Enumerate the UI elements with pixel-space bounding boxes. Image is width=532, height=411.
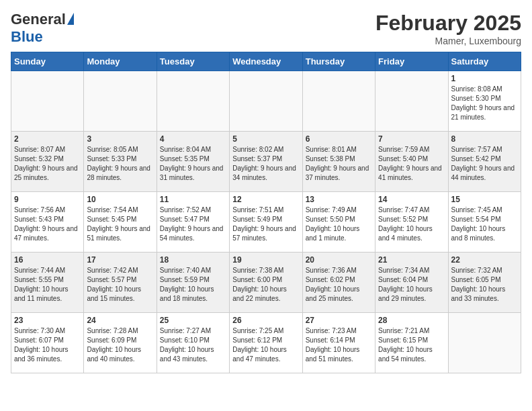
- calendar-cell: 7Sunrise: 7:59 AM Sunset: 5:40 PM Daylig…: [375, 132, 448, 192]
- calendar-cell: 26Sunrise: 7:25 AM Sunset: 6:12 PM Dayli…: [230, 313, 302, 373]
- day-info: Sunrise: 7:44 AM Sunset: 5:55 PM Dayligh…: [14, 266, 81, 304]
- day-number: 4: [160, 134, 226, 144]
- calendar-cell: 13Sunrise: 7:49 AM Sunset: 5:50 PM Dayli…: [302, 192, 375, 253]
- calendar-cell: 5Sunrise: 8:02 AM Sunset: 5:37 PM Daylig…: [230, 132, 302, 192]
- calendar-week-row: 2Sunrise: 8:07 AM Sunset: 5:32 PM Daylig…: [11, 132, 521, 192]
- calendar-week-row: 1Sunrise: 8:08 AM Sunset: 5:30 PM Daylig…: [11, 71, 521, 132]
- calendar-cell: 25Sunrise: 7:27 AM Sunset: 6:10 PM Dayli…: [157, 313, 229, 373]
- page-header: General Blue February 2025 Mamer, Luxemb…: [11, 11, 521, 46]
- day-number: 13: [306, 195, 372, 204]
- calendar-cell: [375, 71, 448, 132]
- day-number: 15: [451, 195, 518, 204]
- calendar-cell: 23Sunrise: 7:30 AM Sunset: 6:07 PM Dayli…: [11, 313, 84, 373]
- day-info: Sunrise: 7:34 AM Sunset: 6:04 PM Dayligh…: [378, 266, 445, 304]
- day-number: 16: [14, 255, 81, 265]
- day-info: Sunrise: 8:04 AM Sunset: 5:35 PM Dayligh…: [160, 145, 226, 183]
- day-number: 19: [232, 255, 299, 265]
- calendar-header-saturday: Saturday: [448, 52, 521, 71]
- day-number: 9: [14, 195, 81, 204]
- calendar-cell: 2Sunrise: 8:07 AM Sunset: 5:32 PM Daylig…: [11, 132, 84, 192]
- title-block: February 2025 Mamer, Luxembourg: [375, 11, 521, 46]
- day-info: Sunrise: 7:59 AM Sunset: 5:40 PM Dayligh…: [378, 145, 445, 183]
- logo-triangle-icon: [67, 13, 74, 25]
- calendar-cell: 15Sunrise: 7:45 AM Sunset: 5:54 PM Dayli…: [448, 192, 521, 253]
- day-info: Sunrise: 7:38 AM Sunset: 6:00 PM Dayligh…: [232, 266, 299, 304]
- calendar-week-row: 16Sunrise: 7:44 AM Sunset: 5:55 PM Dayli…: [11, 253, 521, 313]
- calendar-cell: 6Sunrise: 8:01 AM Sunset: 5:38 PM Daylig…: [302, 132, 375, 192]
- calendar-cell: [302, 71, 375, 132]
- day-number: 2: [14, 134, 81, 144]
- day-info: Sunrise: 7:47 AM Sunset: 5:52 PM Dayligh…: [378, 205, 445, 243]
- day-number: 11: [160, 195, 226, 204]
- calendar-cell: 24Sunrise: 7:28 AM Sunset: 6:09 PM Dayli…: [84, 313, 157, 373]
- calendar-table: SundayMondayTuesdayWednesdayThursdayFrid…: [11, 52, 521, 373]
- day-info: Sunrise: 7:42 AM Sunset: 5:57 PM Dayligh…: [87, 266, 153, 304]
- calendar-cell: 22Sunrise: 7:32 AM Sunset: 6:05 PM Dayli…: [448, 253, 521, 313]
- calendar-cell: 3Sunrise: 8:05 AM Sunset: 5:33 PM Daylig…: [84, 132, 157, 192]
- calendar-cell: 10Sunrise: 7:54 AM Sunset: 5:45 PM Dayli…: [84, 192, 157, 253]
- calendar-header-row: SundayMondayTuesdayWednesdayThursdayFrid…: [11, 52, 521, 71]
- calendar-cell: 19Sunrise: 7:38 AM Sunset: 6:00 PM Dayli…: [230, 253, 302, 313]
- day-number: 7: [378, 134, 445, 144]
- calendar-cell: 8Sunrise: 7:57 AM Sunset: 5:42 PM Daylig…: [448, 132, 521, 192]
- calendar-cell: [230, 71, 302, 132]
- calendar-cell: 14Sunrise: 7:47 AM Sunset: 5:52 PM Dayli…: [375, 192, 448, 253]
- day-number: 22: [451, 255, 518, 265]
- day-number: 5: [232, 134, 299, 144]
- calendar-header-sunday: Sunday: [11, 52, 84, 71]
- calendar-header-friday: Friday: [375, 52, 448, 71]
- day-number: 21: [378, 255, 445, 265]
- day-info: Sunrise: 7:21 AM Sunset: 6:15 PM Dayligh…: [378, 326, 445, 364]
- day-number: 14: [378, 195, 445, 204]
- day-number: 6: [306, 134, 372, 144]
- calendar-cell: [84, 71, 157, 132]
- day-info: Sunrise: 7:40 AM Sunset: 5:59 PM Dayligh…: [160, 266, 226, 304]
- day-number: 20: [306, 255, 372, 265]
- calendar-cell: 4Sunrise: 8:04 AM Sunset: 5:35 PM Daylig…: [157, 132, 229, 192]
- calendar-cell: 9Sunrise: 7:56 AM Sunset: 5:43 PM Daylig…: [11, 192, 84, 253]
- day-number: 10: [87, 195, 153, 204]
- calendar-header-thursday: Thursday: [302, 52, 375, 71]
- day-info: Sunrise: 8:07 AM Sunset: 5:32 PM Dayligh…: [14, 145, 81, 183]
- day-number: 8: [451, 134, 518, 144]
- calendar-header-tuesday: Tuesday: [157, 52, 229, 71]
- day-info: Sunrise: 7:32 AM Sunset: 6:05 PM Dayligh…: [451, 266, 518, 304]
- day-info: Sunrise: 8:08 AM Sunset: 5:30 PM Dayligh…: [451, 85, 518, 122]
- day-info: Sunrise: 7:54 AM Sunset: 5:45 PM Dayligh…: [87, 205, 153, 243]
- month-title: February 2025: [375, 11, 521, 36]
- calendar-cell: 20Sunrise: 7:36 AM Sunset: 6:02 PM Dayli…: [302, 253, 375, 313]
- calendar-cell: [157, 71, 229, 132]
- calendar-cell: [11, 71, 84, 132]
- calendar-cell: 16Sunrise: 7:44 AM Sunset: 5:55 PM Dayli…: [11, 253, 84, 313]
- day-number: 12: [232, 195, 299, 204]
- day-info: Sunrise: 7:45 AM Sunset: 5:54 PM Dayligh…: [451, 205, 518, 243]
- location: Mamer, Luxembourg: [375, 36, 521, 46]
- day-info: Sunrise: 7:28 AM Sunset: 6:09 PM Dayligh…: [87, 326, 153, 364]
- calendar-cell: 21Sunrise: 7:34 AM Sunset: 6:04 PM Dayli…: [375, 253, 448, 313]
- calendar-cell: 28Sunrise: 7:21 AM Sunset: 6:15 PM Dayli…: [375, 313, 448, 373]
- day-info: Sunrise: 7:27 AM Sunset: 6:10 PM Dayligh…: [160, 326, 226, 364]
- calendar-week-row: 9Sunrise: 7:56 AM Sunset: 5:43 PM Daylig…: [11, 192, 521, 253]
- day-info: Sunrise: 7:56 AM Sunset: 5:43 PM Dayligh…: [14, 205, 81, 243]
- calendar-cell: [448, 313, 521, 373]
- day-number: 24: [87, 316, 153, 325]
- day-info: Sunrise: 8:01 AM Sunset: 5:38 PM Dayligh…: [306, 145, 372, 183]
- day-info: Sunrise: 7:57 AM Sunset: 5:42 PM Dayligh…: [451, 145, 518, 183]
- logo: General Blue: [11, 11, 74, 46]
- day-number: 28: [378, 316, 445, 325]
- day-info: Sunrise: 7:52 AM Sunset: 5:47 PM Dayligh…: [160, 205, 226, 243]
- day-info: Sunrise: 8:05 AM Sunset: 5:33 PM Dayligh…: [87, 145, 153, 183]
- day-number: 18: [160, 255, 226, 265]
- calendar-header-wednesday: Wednesday: [230, 52, 302, 71]
- day-number: 3: [87, 134, 153, 144]
- day-info: Sunrise: 7:36 AM Sunset: 6:02 PM Dayligh…: [306, 266, 372, 304]
- day-info: Sunrise: 7:25 AM Sunset: 6:12 PM Dayligh…: [232, 326, 299, 364]
- day-info: Sunrise: 7:49 AM Sunset: 5:50 PM Dayligh…: [306, 205, 372, 243]
- calendar-header-monday: Monday: [84, 52, 157, 71]
- calendar-cell: 17Sunrise: 7:42 AM Sunset: 5:57 PM Dayli…: [84, 253, 157, 313]
- calendar-cell: 11Sunrise: 7:52 AM Sunset: 5:47 PM Dayli…: [157, 192, 229, 253]
- day-info: Sunrise: 7:51 AM Sunset: 5:49 PM Dayligh…: [232, 205, 299, 243]
- calendar-week-row: 23Sunrise: 7:30 AM Sunset: 6:07 PM Dayli…: [11, 313, 521, 373]
- day-number: 27: [306, 316, 372, 325]
- calendar-cell: 27Sunrise: 7:23 AM Sunset: 6:14 PM Dayli…: [302, 313, 375, 373]
